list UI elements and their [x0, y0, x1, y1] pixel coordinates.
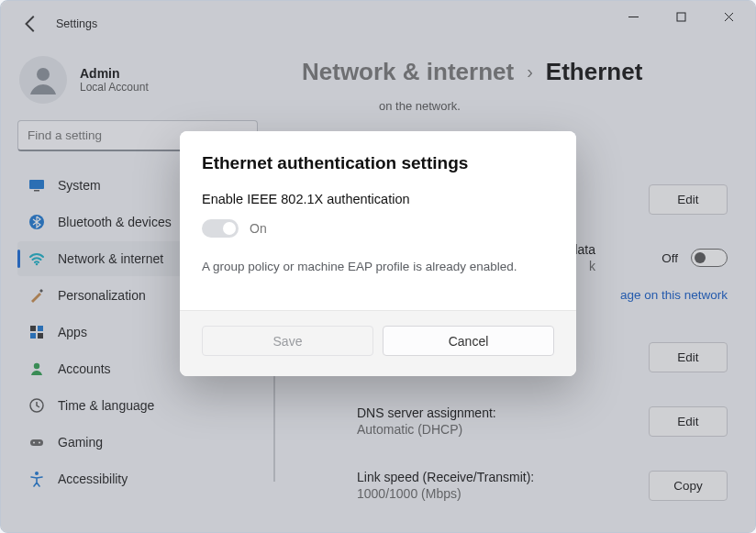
auth-settings-dialog: Ethernet authentication settings Enable …: [180, 131, 576, 376]
toggle-label: On: [250, 221, 267, 236]
dialog-title: Ethernet authentication settings: [202, 153, 554, 173]
ieee8021x-toggle: [202, 219, 239, 238]
modal-overlay: Ethernet authentication settings Enable …: [1, 1, 755, 532]
settings-window: Settings Admin Local Account System: [0, 0, 756, 533]
dialog-subtitle: Enable IEEE 802.1X authentication: [202, 192, 554, 206]
dialog-note: A group policy or machine EAP profile is…: [202, 260, 554, 273]
cancel-button[interactable]: Cancel: [383, 326, 554, 356]
save-button: Save: [202, 326, 373, 356]
